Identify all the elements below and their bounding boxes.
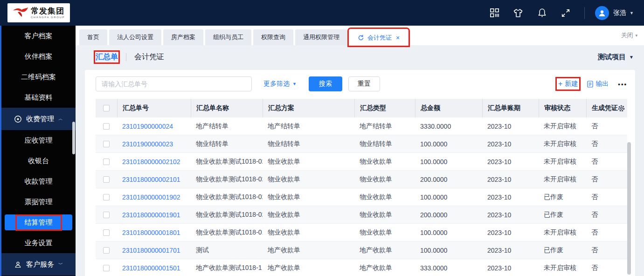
column-header-汇总类型: 汇总类型: [354, 99, 415, 117]
cell-amount: 100.0000: [415, 193, 482, 201]
cell-voucher: 否: [586, 193, 627, 201]
tab-label: 会计凭证: [367, 34, 392, 42]
row-checkbox[interactable]: [103, 247, 110, 254]
summary-no-input[interactable]: [96, 76, 252, 91]
row-checkbox[interactable]: [103, 123, 110, 130]
export-button[interactable]: 输出: [587, 80, 609, 88]
row-checkbox[interactable]: [103, 194, 110, 200]
fullscreen-icon[interactable]: [560, 7, 571, 19]
logo-text-cn: 常发集团: [31, 7, 65, 15]
cell-voucher: 否: [586, 264, 627, 272]
cell-status: 未开启审核: [539, 158, 586, 166]
cell-amount: 100.0000: [415, 158, 482, 166]
tab-权限查询[interactable]: 权限查询: [253, 29, 293, 45]
select-all-checkbox[interactable]: [103, 105, 110, 111]
tab-组织与员工[interactable]: 组织与员工: [205, 29, 251, 45]
tab-通用权限管理[interactable]: 通用权限管理: [295, 29, 347, 45]
content-area: 更多筛选 ▼ 搜索 重置 + 新建: [76, 69, 644, 276]
tab-label: 法人公司设置: [117, 33, 153, 41]
summary-no-link[interactable]: 23101900000024: [117, 123, 191, 130]
row-checkbox-cell: [96, 194, 117, 200]
row-checkbox[interactable]: [103, 265, 110, 271]
summary-no-link[interactable]: 2310180000001701: [117, 247, 191, 254]
row-checkbox[interactable]: [103, 176, 110, 183]
sidebar-item-收银台[interactable]: 收银台: [1, 151, 76, 171]
cell-name: 物业收款单测试1018-02: [191, 175, 263, 184]
row-checkbox[interactable]: [103, 159, 110, 165]
theme-icon[interactable]: [512, 7, 524, 19]
project-selector[interactable]: 测试项目 ▼: [598, 53, 634, 62]
new-button[interactable]: + 新建: [558, 80, 578, 88]
tab-会计凭证[interactable]: 会计凭证×: [349, 29, 408, 45]
search-button[interactable]: 搜索: [309, 76, 342, 91]
row-checkbox-cell: [96, 123, 117, 130]
sidebar-item-收款管理[interactable]: 收款管理: [1, 171, 76, 192]
cell-plan: 物业收款单: [263, 193, 354, 201]
subtab-divider: [126, 53, 126, 61]
cell-amount: 100.0000: [415, 140, 482, 148]
summary-no-link[interactable]: 2310180000002101: [117, 176, 191, 183]
close-all-tabs-button[interactable]: 关闭 ▾: [621, 26, 637, 45]
row-checkbox[interactable]: [103, 229, 110, 236]
table-scrollbar[interactable]: [627, 142, 631, 275]
sidebar-item-label: 基础资料: [25, 93, 53, 102]
cell-period: 2023-10: [482, 229, 539, 236]
summary-no-link[interactable]: 2310180000001501: [117, 264, 191, 272]
sidebar-section-客户服务[interactable]: 客户服务﹀: [1, 253, 76, 276]
summary-no-link[interactable]: 2310180000002102: [117, 158, 191, 166]
subtab-summary-sheet[interactable]: 汇总单: [96, 52, 118, 62]
sidebar-item-二维码档案[interactable]: 二维码档案: [1, 67, 76, 87]
cell-voucher: 否: [586, 122, 627, 131]
more-filters-label: 更多筛选: [263, 80, 290, 88]
sidebar-item-label: 客户档案: [25, 32, 53, 41]
reset-button[interactable]: 重置: [348, 76, 380, 91]
summary-no-link[interactable]: 2310180000001902: [117, 193, 191, 201]
user-menu-caret-icon[interactable]: ▼: [630, 11, 634, 15]
sidebar-section-收费管理[interactable]: 收费管理︿: [1, 108, 76, 130]
sidebar-scrollbar[interactable]: [72, 122, 75, 154]
tab-refresh-icon[interactable]: [358, 34, 364, 41]
sidebar-item-应收管理[interactable]: 应收管理: [1, 130, 76, 151]
tab-首页[interactable]: 首页: [79, 29, 107, 45]
user-avatar[interactable]: [595, 6, 609, 20]
logo-bird-icon: [13, 7, 28, 20]
bell-icon[interactable]: [536, 7, 547, 19]
summary-no-link[interactable]: 2310180000001901: [117, 211, 191, 219]
cell-period: 2023-10: [482, 158, 539, 166]
sidebar-item-label: 伙伴档案: [25, 52, 53, 61]
sidebar-item-active-pill[interactable]: 结算管理: [5, 214, 72, 230]
tab-close-icon[interactable]: ×: [396, 34, 400, 41]
target-icon: [14, 115, 22, 123]
export-button-label: 输出: [596, 80, 609, 88]
more-filters-button[interactable]: 更多筛选 ▼: [263, 80, 297, 88]
row-checkbox-cell: [96, 247, 117, 254]
apps-icon[interactable]: [489, 7, 500, 19]
table-row: 23101900000024地产结转单地产结转单地产结转单3330.000020…: [96, 117, 627, 135]
cell-status: 未开启审核: [539, 264, 586, 272]
column-header-总金额: 总金额: [415, 99, 482, 117]
summary-no-link[interactable]: 2310180000001801: [117, 229, 191, 236]
table-body: 23101900000024地产结转单地产结转单地产结转单3330.000020…: [96, 117, 627, 276]
row-checkbox[interactable]: [103, 141, 110, 147]
sidebar-item-票据管理[interactable]: 票据管理: [1, 192, 76, 212]
more-actions-button[interactable]: •••: [618, 81, 627, 88]
tab-房产档案[interactable]: 房产档案: [163, 29, 203, 45]
sidebar-item-业务设置[interactable]: 业务设置: [1, 233, 76, 253]
column-settings-gear-icon[interactable]: [617, 99, 625, 117]
row-checkbox[interactable]: [103, 212, 110, 218]
plus-icon: +: [558, 80, 562, 88]
summary-no-link[interactable]: 23101900000023: [117, 140, 191, 148]
sidebar-item-结算管理[interactable]: 结算管理: [1, 212, 76, 233]
user-name[interactable]: 张浩: [613, 9, 626, 17]
sidebar-item-基础资料[interactable]: 基础资料: [1, 87, 76, 108]
row-checkbox-cell: [96, 229, 117, 236]
cell-name: 物业结转单: [191, 140, 263, 148]
tab-法人公司设置[interactable]: 法人公司设置: [109, 29, 161, 45]
sidebar-item-label: 票据管理: [25, 198, 53, 207]
cell-period: 2023-10: [482, 264, 539, 272]
subtab-accounting-voucher[interactable]: 会计凭证: [134, 52, 164, 62]
sidebar-item-客户档案[interactable]: 客户档案: [1, 26, 76, 46]
sidebar-item-伙伴档案[interactable]: 伙伴档案: [1, 46, 76, 67]
cell-type: 物业收款单: [354, 211, 415, 219]
new-button-label: 新建: [565, 80, 578, 88]
